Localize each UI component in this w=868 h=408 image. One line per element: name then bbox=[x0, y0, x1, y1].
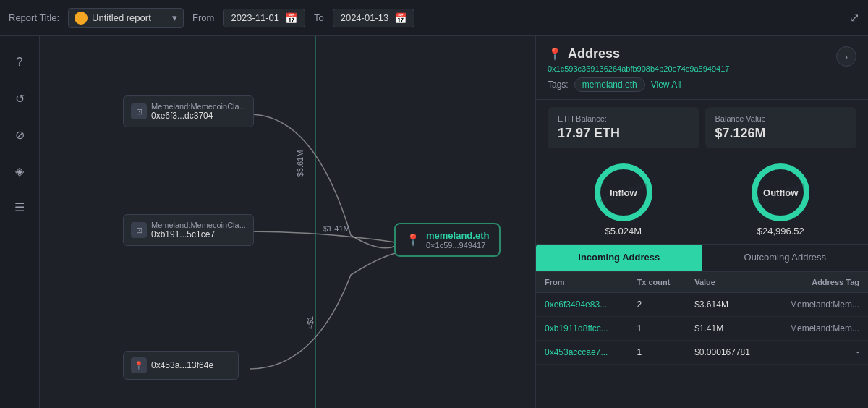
node-2-icon: ⊡ bbox=[131, 222, 147, 238]
calendar-icon-2: 📅 bbox=[394, 12, 407, 24]
balance-row: ETH Balance: 17.97 ETH Balance Value $7.… bbox=[536, 100, 868, 156]
sidebar-refresh-icon[interactable]: ↺ bbox=[8, 87, 31, 110]
node-3-icon: 📍 bbox=[131, 357, 147, 373]
to-label: To bbox=[314, 12, 324, 23]
col-tag: Address Tag bbox=[769, 272, 868, 293]
report-title-input[interactable]: Untitled report ▾ bbox=[68, 8, 184, 28]
table-row[interactable]: 0x453acccae7... 1 $0.000167781 - bbox=[536, 341, 868, 365]
cell-from[interactable]: 0xb1911d8ffcc... bbox=[536, 317, 629, 341]
sidebar-filter-icon[interactable]: ⊘ bbox=[8, 123, 31, 146]
view-all-link[interactable]: View All bbox=[651, 80, 681, 90]
eth-balance-value: 17.97 ETH bbox=[558, 126, 689, 141]
address-hash: 0x1c593c369136264abfb908b4b20e74c9a59494… bbox=[548, 64, 729, 73]
cell-from[interactable]: 0x453acccae7... bbox=[536, 341, 629, 365]
node-2-address: 0xb191...5c1ce7 bbox=[151, 229, 246, 239]
cell-value: $3.614M bbox=[686, 293, 769, 317]
eth-balance-card: ETH Balance: 17.97 ETH bbox=[548, 107, 699, 148]
balance-value-value: $7.126M bbox=[715, 126, 847, 141]
report-title-label: Report Title: bbox=[9, 12, 59, 23]
tabs-row: Incoming Address Outcoming Address bbox=[536, 245, 868, 272]
tags-label: Tags: bbox=[548, 80, 569, 90]
tag-badge[interactable]: memeland.eth bbox=[574, 77, 645, 92]
amount-label-3: ≈$1 bbox=[306, 316, 315, 329]
right-panel: 📍 Address 0x1c593c369136264abfb908b4b20e… bbox=[535, 36, 868, 408]
col-txcount: Tx count bbox=[629, 272, 686, 293]
cell-tag: - bbox=[769, 341, 868, 365]
title-dot bbox=[75, 12, 88, 25]
graph-svg bbox=[40, 36, 535, 408]
table-row[interactable]: 0xe6f3494e83... 2 $3.614M Memeland:Mem..… bbox=[536, 293, 868, 317]
node-2-label: Memeland:MemecoinCla... bbox=[151, 221, 246, 229]
graph-area: ⊡ Memeland:MemecoinCla... 0xe6f3...dc370… bbox=[40, 36, 535, 408]
table-row[interactable]: 0xb1911d8ffcc... 1 $1.41M Memeland:Mem..… bbox=[536, 317, 868, 341]
table-area: From Tx count Value Address Tag 0xe6f349… bbox=[536, 272, 868, 408]
address-table: From Tx count Value Address Tag 0xe6f349… bbox=[536, 272, 868, 365]
cell-txcount: 2 bbox=[629, 293, 686, 317]
address-icon: 📍 bbox=[548, 47, 562, 61]
amount-label-1: $3.61M bbox=[296, 150, 305, 177]
sidebar-help-icon[interactable]: ? bbox=[8, 51, 31, 74]
cell-from[interactable]: 0xe6f3494e83... bbox=[536, 293, 629, 317]
col-from: From bbox=[536, 272, 629, 293]
sidebar-layers-icon[interactable]: ◈ bbox=[8, 159, 31, 182]
eth-balance-label: ETH Balance: bbox=[558, 114, 689, 123]
cell-value: $1.41M bbox=[686, 317, 769, 341]
tab-outgoing[interactable]: Outcoming Address bbox=[702, 245, 869, 271]
cell-value: $0.000167781 bbox=[686, 341, 769, 365]
center-node-name: memeland.eth bbox=[426, 230, 489, 241]
node-2[interactable]: ⊡ Memeland:MemecoinCla... 0xb191...5c1ce… bbox=[123, 214, 254, 246]
sidebar: ? ↺ ⊘ ◈ ☰ bbox=[0, 36, 40, 408]
outflow-label: Outflow bbox=[763, 187, 798, 198]
vertical-line bbox=[315, 36, 316, 408]
to-date-value: 2024-01-13 bbox=[341, 12, 389, 23]
balance-value-label: Balance Value bbox=[715, 114, 847, 123]
cell-tag: Memeland:Mem... bbox=[769, 293, 868, 317]
node-3-address: 0x453a...13f64e bbox=[151, 360, 213, 370]
inflow-label: Inflow bbox=[610, 187, 637, 198]
sidebar-menu-icon[interactable]: ☰ bbox=[8, 195, 31, 218]
table-header-row: From Tx count Value Address Tag bbox=[536, 272, 868, 293]
amount-label-2: $1.41M bbox=[323, 224, 350, 233]
tab-incoming[interactable]: Incoming Address bbox=[536, 245, 702, 271]
node-1[interactable]: ⊡ Memeland:MemecoinCla... 0xe6f3...dc370… bbox=[123, 95, 254, 127]
flow-section: Inflow scopechain $5.024M Outflow scopec… bbox=[536, 156, 868, 245]
outflow-item: Outflow scopechain $24,996.52 bbox=[752, 163, 809, 237]
inflow-amount: $5.024M bbox=[605, 226, 642, 237]
balance-value-card: Balance Value $7.126M bbox=[705, 107, 857, 148]
col-value: Value bbox=[686, 272, 769, 293]
node-1-label: Memeland:MemecoinCla... bbox=[151, 102, 246, 111]
node-1-icon: ⊡ bbox=[131, 103, 147, 119]
address-header: 📍 Address 0x1c593c369136264abfb908b4b20e… bbox=[536, 36, 868, 100]
top-bar: Report Title: Untitled report ▾ From 202… bbox=[0, 0, 868, 36]
inflow-item: Inflow scopechain $5.024M bbox=[595, 163, 652, 237]
tags-row: Tags: memeland.eth View All bbox=[548, 77, 729, 92]
report-title-text: Untitled report bbox=[92, 12, 151, 23]
cell-txcount: 1 bbox=[629, 341, 686, 365]
outflow-amount: $24,996.52 bbox=[757, 226, 804, 237]
from-date-input[interactable]: 2023-11-01 📅 bbox=[223, 9, 305, 27]
node-1-address: 0xe6f3...dc3704 bbox=[151, 111, 246, 121]
to-date-input[interactable]: 2024-01-13 📅 bbox=[333, 9, 415, 27]
cell-txcount: 1 bbox=[629, 317, 686, 341]
outflow-circle: Outflow bbox=[752, 163, 809, 221]
expand-button[interactable]: ⤢ bbox=[850, 11, 859, 25]
node-3[interactable]: 📍 0x453a...13f64e bbox=[123, 351, 239, 380]
from-date-value: 2023-11-01 bbox=[231, 12, 279, 23]
main-layout: ? ↺ ⊘ ◈ ☰ ⊡ Memeland:MemecoinCla... 0xe6… bbox=[0, 36, 868, 408]
cell-tag: Memeland:Mem... bbox=[769, 317, 868, 341]
center-node-icon: 📍 bbox=[406, 233, 420, 247]
center-node[interactable]: 📍 memeland.eth 0×1c59...949417 bbox=[394, 223, 501, 257]
from-label: From bbox=[192, 12, 214, 23]
center-node-address: 0×1c59...949417 bbox=[426, 241, 489, 250]
address-title: Address bbox=[568, 46, 620, 61]
chevron-down-icon: ▾ bbox=[172, 12, 177, 23]
calendar-icon: 📅 bbox=[285, 12, 297, 24]
inflow-circle: Inflow bbox=[595, 163, 652, 221]
nav-arrow-button[interactable]: › bbox=[836, 46, 856, 67]
